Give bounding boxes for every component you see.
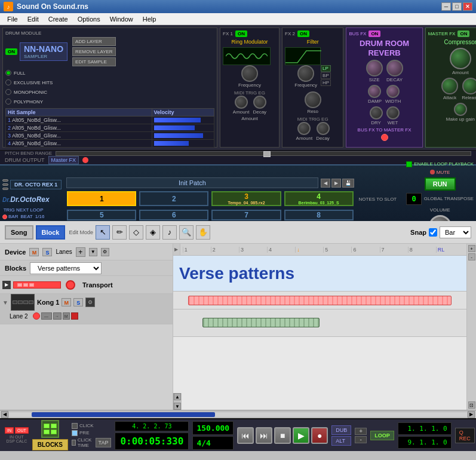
table-row[interactable]: 3 Alt05_NoBd_Glisw...	[6, 132, 214, 140]
menu-options[interactable]: Options	[73, 14, 105, 24]
monophonic-radio[interactable]	[5, 89, 11, 95]
minimize-button[interactable]: ─	[441, 2, 451, 11]
kong-timeline-row[interactable]	[173, 309, 466, 337]
pan-tool[interactable]: ✋	[196, 225, 210, 240]
play-button[interactable]: ▶	[293, 427, 309, 444]
fx2-reso-knob[interactable]	[305, 91, 321, 108]
run-button[interactable]: RUN	[425, 177, 456, 191]
octo-save-btn[interactable]: 💾	[342, 179, 354, 188]
edit-sample-button[interactable]: EDIT SAMPLE	[72, 57, 116, 66]
menu-create[interactable]: Create	[44, 14, 73, 24]
loop-button-7[interactable]: 7	[211, 210, 281, 220]
octo-prev-btn[interactable]: ◀	[321, 179, 330, 188]
remove-layer-button[interactable]: REMOVE LAYER	[72, 47, 116, 56]
alt-button[interactable]: ALT	[331, 436, 351, 446]
bus-width-knob[interactable]	[386, 85, 400, 98]
note-tool[interactable]: ♪	[162, 225, 177, 240]
loop-indicator[interactable]: LOOP	[370, 431, 394, 440]
loop-button-5[interactable]: 5	[67, 210, 136, 220]
q-rec-button[interactable]: Q REC	[455, 428, 475, 443]
menu-file[interactable]: File	[2, 14, 23, 24]
bus-dry-knob[interactable]	[370, 106, 383, 119]
pitch-bend-slider[interactable]	[56, 151, 471, 156]
loop-button-3[interactable]: 3 Tempo_04_085.rx2	[211, 191, 281, 206]
kong-solo-button[interactable]: S	[73, 298, 83, 306]
scroll-up-arrow[interactable]: ▲	[174, 393, 181, 400]
full-radio[interactable]	[5, 70, 11, 76]
master-release-knob[interactable]	[462, 78, 476, 94]
scroll-left-arrow[interactable]: ◀	[1, 411, 8, 418]
loop-button-1[interactable]: 1	[67, 191, 136, 206]
close-button[interactable]: ✕	[463, 2, 472, 11]
select-tool[interactable]: ↖	[96, 225, 110, 240]
zoom-fit-button[interactable]: ⊡	[468, 401, 475, 409]
fx1-decay-knob[interactable]	[253, 96, 266, 109]
lane-settings-button[interactable]: ⚙	[101, 248, 109, 256]
enable-loop-checkbox[interactable]	[406, 161, 412, 167]
add-button[interactable]: +	[355, 428, 367, 435]
erase-tool[interactable]: ◇	[129, 225, 143, 240]
blocks-icon[interactable]	[41, 420, 59, 438]
blocks-select[interactable]: Verse patterns	[30, 262, 102, 274]
menu-help[interactable]: Help	[138, 14, 161, 24]
scroll-right-arrow[interactable]: ▶	[468, 411, 475, 418]
drum-on-button[interactable]: ON	[5, 48, 17, 55]
table-row[interactable]: 4 Alt05_NoBd_Glisw...	[6, 140, 214, 148]
lane-dropdown-button[interactable]: ▼	[89, 248, 97, 256]
bus-decay-knob[interactable]	[386, 60, 403, 76]
fx1-amount-knob[interactable]	[235, 96, 248, 109]
add-layer-button[interactable]: ADD LAYER	[72, 37, 116, 46]
transport-timeline-row[interactable]	[173, 292, 466, 309]
fx2-frequency-knob[interactable]	[297, 65, 314, 82]
magnify-tool[interactable]: 🔍	[179, 225, 194, 240]
fx2-on-button[interactable]: ON	[297, 30, 309, 37]
device-solo-button[interactable]: S	[42, 248, 52, 256]
drum-output-select[interactable]: Master FX	[48, 156, 79, 164]
exclusive-hits-radio[interactable]	[5, 79, 11, 85]
add-lane-button[interactable]: +	[76, 247, 85, 257]
rewind-button[interactable]: ⏮	[237, 427, 254, 444]
bus-fx-on-button[interactable]: ON	[368, 30, 380, 37]
master-attack-knob[interactable]	[441, 78, 458, 94]
record-button[interactable]: ●	[311, 427, 328, 444]
bus-wet-knob[interactable]	[386, 106, 400, 119]
lane-mute-btn[interactable]: M	[63, 312, 70, 320]
fx1-frequency-knob[interactable]	[241, 65, 258, 82]
fast-forward-button[interactable]: ⏭	[256, 427, 272, 444]
snap-select[interactable]: Bar Beat 1/2 1/4 1/8 1/16	[440, 226, 471, 238]
pre-checkbox[interactable]	[72, 430, 78, 436]
click-time-checkbox[interactable]	[72, 440, 76, 446]
lane-btn-1[interactable]: —	[41, 312, 52, 320]
song-mode-button[interactable]: Song	[5, 225, 33, 240]
kong-mute-button[interactable]: M	[62, 298, 71, 306]
click-checkbox[interactable]	[72, 423, 78, 429]
polyphony-radio[interactable]	[5, 99, 11, 105]
maximize-button[interactable]: □	[452, 2, 462, 11]
bus-damp-knob[interactable]	[368, 85, 381, 98]
snap-checkbox[interactable]	[429, 228, 437, 237]
menu-window[interactable]: Window	[105, 14, 138, 24]
fx2-decay-knob[interactable]	[317, 122, 330, 135]
master-amount-knob[interactable]	[450, 48, 471, 69]
lane-btn-2[interactable]: →	[53, 312, 62, 320]
tempo-display[interactable]: 150.000	[192, 421, 234, 435]
track-play-button[interactable]: ▶	[2, 281, 11, 289]
zoom-out-button[interactable]: -	[468, 253, 475, 260]
fx1-on-button[interactable]: ON	[235, 30, 247, 37]
scroll-thumb-inner[interactable]	[32, 412, 215, 417]
time-sig-display[interactable]: 4/4	[192, 436, 234, 450]
bus-to-master-led[interactable]	[381, 134, 388, 141]
fx2-amount-knob[interactable]	[297, 122, 311, 135]
table-row[interactable]: 1 Alt05_NoBd_Glisw...	[6, 116, 214, 124]
table-row[interactable]: 2 Alt05_NoBd_Glisw...	[6, 124, 214, 132]
verse-patterns-row[interactable]: Verse patterns	[173, 256, 466, 292]
loop-button-2[interactable]: 2	[139, 191, 208, 206]
octo-next-btn[interactable]: ▶	[331, 179, 341, 188]
tap-button[interactable]: TAP	[96, 438, 112, 447]
scroll-track[interactable]	[8, 412, 468, 418]
bus-size-knob[interactable]	[366, 60, 383, 76]
menu-edit[interactable]: Edit	[23, 14, 44, 24]
sub-button[interactable]: -	[355, 436, 367, 443]
loop-button-8[interactable]: 8	[284, 210, 354, 220]
lane-record-btn[interactable]	[33, 312, 40, 320]
